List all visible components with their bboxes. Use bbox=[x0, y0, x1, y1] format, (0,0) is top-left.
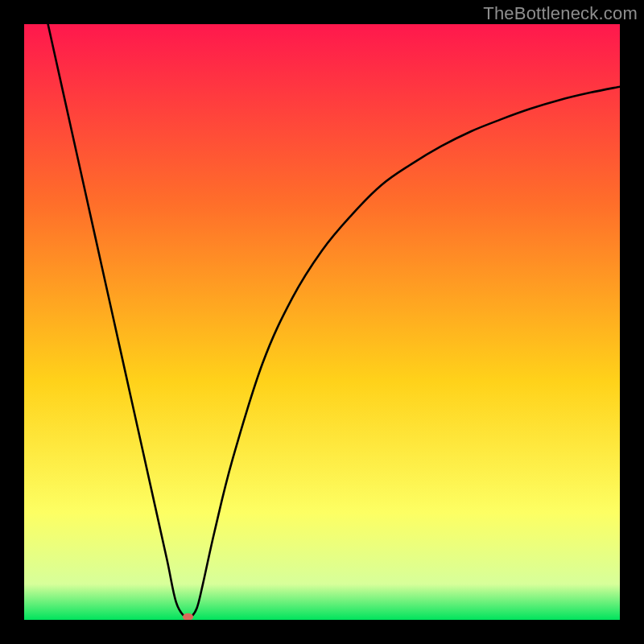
svg-rect-0 bbox=[24, 24, 620, 620]
chart-frame: TheBottleneck.com bbox=[0, 0, 644, 644]
watermark-text: TheBottleneck.com bbox=[483, 3, 638, 24]
gradient-background bbox=[24, 24, 620, 620]
plot-area bbox=[24, 24, 620, 620]
